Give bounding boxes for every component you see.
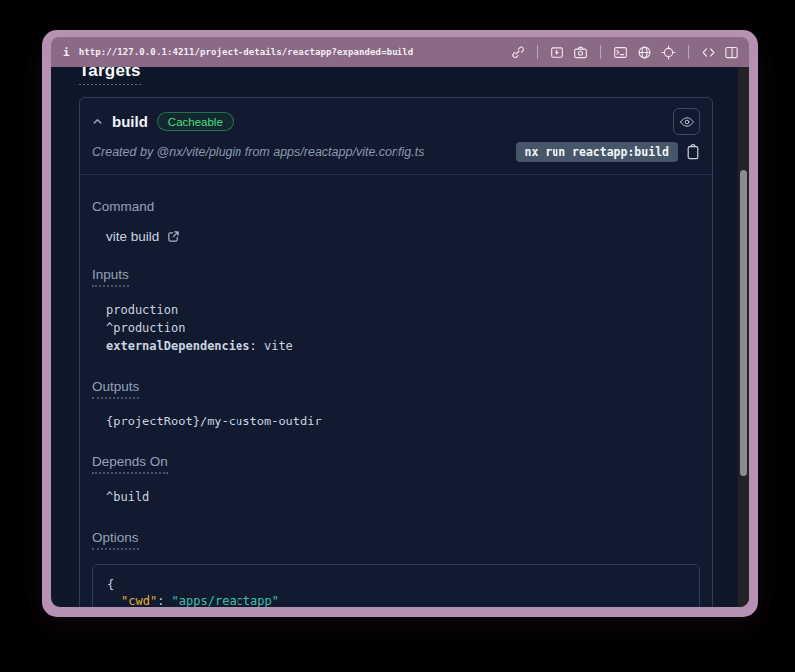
build-visibility-button[interactable] bbox=[673, 108, 700, 135]
inputs-label: Inputs bbox=[92, 267, 129, 287]
options-label: Options bbox=[92, 530, 139, 550]
toolbar-divider bbox=[688, 45, 689, 59]
json-separator: : bbox=[157, 594, 171, 607]
scrollbar-thumb[interactable] bbox=[740, 170, 747, 476]
input-item: production bbox=[106, 301, 700, 319]
external-link-icon[interactable] bbox=[167, 230, 180, 243]
outputs-label: Outputs bbox=[92, 379, 139, 399]
copy-command-button[interactable] bbox=[686, 144, 700, 160]
split-view-icon[interactable] bbox=[724, 45, 739, 60]
build-target-header[interactable]: build Cacheable bbox=[80, 98, 712, 139]
project-details-content: Targets build Cacheable bbox=[51, 67, 738, 607]
scrollbar-track[interactable] bbox=[738, 67, 749, 607]
chevron-up-icon bbox=[92, 116, 103, 127]
created-by-text: Created by @nx/vite/plugin from apps/rea… bbox=[92, 145, 424, 159]
build-target-subheader: Created by @nx/vite/plugin from apps/rea… bbox=[80, 139, 712, 175]
terminal-icon[interactable] bbox=[613, 45, 628, 60]
address-bar[interactable]: http://127.0.0.1:4211/project-details/re… bbox=[80, 47, 414, 57]
json-key: "cwd" bbox=[121, 594, 157, 607]
toolbar-divider bbox=[537, 45, 538, 59]
depends-on-item: ^build bbox=[106, 488, 700, 506]
inputs-list: production ^production externalDependenc… bbox=[106, 301, 700, 355]
toolbar-actions bbox=[510, 45, 739, 60]
cacheable-badge: Cacheable bbox=[157, 112, 234, 131]
page-viewport: Targets build Cacheable bbox=[51, 67, 749, 607]
run-command-chip: nx run reactapp:build bbox=[516, 142, 678, 162]
command-value: vite build bbox=[106, 229, 159, 244]
browser-window: i http://127.0.0.1:4211/project-details/… bbox=[42, 30, 758, 617]
eye-icon bbox=[679, 114, 695, 130]
output-item: {projectRoot}/my-custom-outdir bbox=[106, 413, 700, 430]
camera-icon[interactable] bbox=[573, 45, 588, 60]
command-label: Command bbox=[92, 199, 154, 214]
input-item: externalDependencies: vite bbox=[106, 337, 700, 355]
input-item-key: externalDependencies bbox=[106, 339, 250, 353]
target-name: build bbox=[112, 113, 148, 130]
options-json-block: { "cwd": "apps/reactapp" } bbox=[92, 564, 700, 607]
target-icon[interactable] bbox=[661, 45, 676, 60]
json-line: "cwd": "apps/reactapp" bbox=[107, 593, 685, 607]
toolbar-divider bbox=[600, 45, 601, 59]
depends-on-label: Depends On bbox=[92, 454, 168, 474]
save-page-icon[interactable] bbox=[550, 45, 564, 60]
build-target-body: Command vite build Inputs production ^pr… bbox=[80, 175, 712, 607]
code-icon[interactable] bbox=[701, 45, 716, 60]
link-icon[interactable] bbox=[510, 45, 525, 60]
json-string-value: "apps/reactapp" bbox=[172, 594, 279, 607]
page-title: Targets bbox=[80, 67, 141, 85]
browser-toolbar: i http://127.0.0.1:4211/project-details/… bbox=[51, 37, 749, 67]
input-item: ^production bbox=[106, 319, 700, 337]
info-icon: i bbox=[63, 46, 70, 59]
build-target-card: build Cacheable Created by @nx/vite/plug… bbox=[80, 97, 713, 607]
copy-icon bbox=[686, 144, 700, 160]
input-item-value: : vite bbox=[250, 339, 293, 353]
globe-icon[interactable] bbox=[637, 45, 652, 60]
json-line: { bbox=[107, 577, 685, 593]
